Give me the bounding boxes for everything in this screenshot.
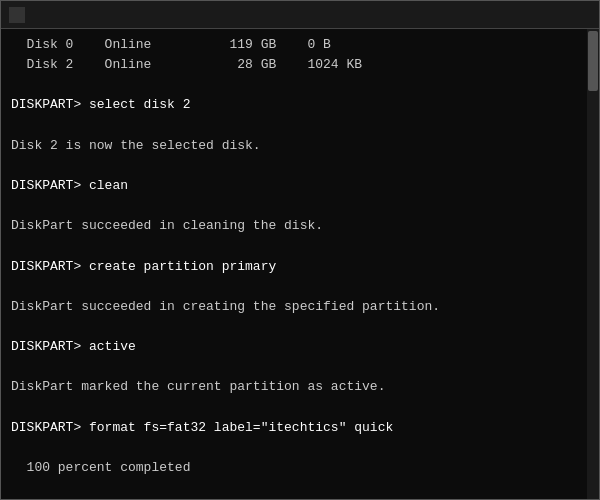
- window-icon: [9, 7, 25, 23]
- terminal-line-disk-list-2: Disk 2 Online 28 GB 1024 KB: [11, 55, 589, 75]
- title-bar: [1, 1, 599, 29]
- terminal-line-blank6: [11, 277, 589, 297]
- terminal-line-blank4: [11, 196, 589, 216]
- terminal-line-blank3: [11, 156, 589, 176]
- terminal-line-out-format: DiskPart successfully formatted the volu…: [11, 498, 589, 499]
- terminal-output: Disk 0 Online 119 GB 0 B Disk 2 Online 2…: [11, 35, 589, 499]
- terminal-line-out-clean: DiskPart succeeded in cleaning the disk.: [11, 216, 589, 236]
- window-controls: [509, 5, 591, 25]
- close-button[interactable]: [565, 5, 591, 25]
- terminal-line-cmd-format: DISKPART> format fs=fat32 label="itechti…: [11, 418, 589, 438]
- terminal-body[interactable]: Disk 0 Online 119 GB 0 B Disk 2 Online 2…: [1, 29, 599, 499]
- terminal-line-blank9: [11, 398, 589, 418]
- scrollbar[interactable]: [587, 29, 599, 499]
- terminal-line-blank7: [11, 317, 589, 337]
- minimize-button[interactable]: [509, 5, 535, 25]
- command-prompt-window: Disk 0 Online 119 GB 0 B Disk 2 Online 2…: [0, 0, 600, 500]
- terminal-line-blank5: [11, 236, 589, 256]
- terminal-line-blank11: [11, 478, 589, 498]
- terminal-line-blank2: [11, 116, 589, 136]
- maximize-button[interactable]: [537, 5, 563, 25]
- terminal-line-blank1: [11, 75, 589, 95]
- terminal-line-cmd-active: DISKPART> active: [11, 337, 589, 357]
- terminal-line-blank8: [11, 357, 589, 377]
- terminal-line-out-active: DiskPart marked the current partition as…: [11, 377, 589, 397]
- terminal-line-cmd-create: DISKPART> create partition primary: [11, 257, 589, 277]
- terminal-line-out-select: Disk 2 is now the selected disk.: [11, 136, 589, 156]
- terminal-line-blank10: [11, 438, 589, 458]
- terminal-line-out-create: DiskPart succeeded in creating the speci…: [11, 297, 589, 317]
- terminal-line-cmd-select: DISKPART> select disk 2: [11, 95, 589, 115]
- terminal-line-out-percent: 100 percent completed: [11, 458, 589, 478]
- terminal-line-cmd-clean: DISKPART> clean: [11, 176, 589, 196]
- terminal-line-disk-list-header: Disk 0 Online 119 GB 0 B: [11, 35, 589, 55]
- scrollbar-thumb[interactable]: [588, 31, 598, 91]
